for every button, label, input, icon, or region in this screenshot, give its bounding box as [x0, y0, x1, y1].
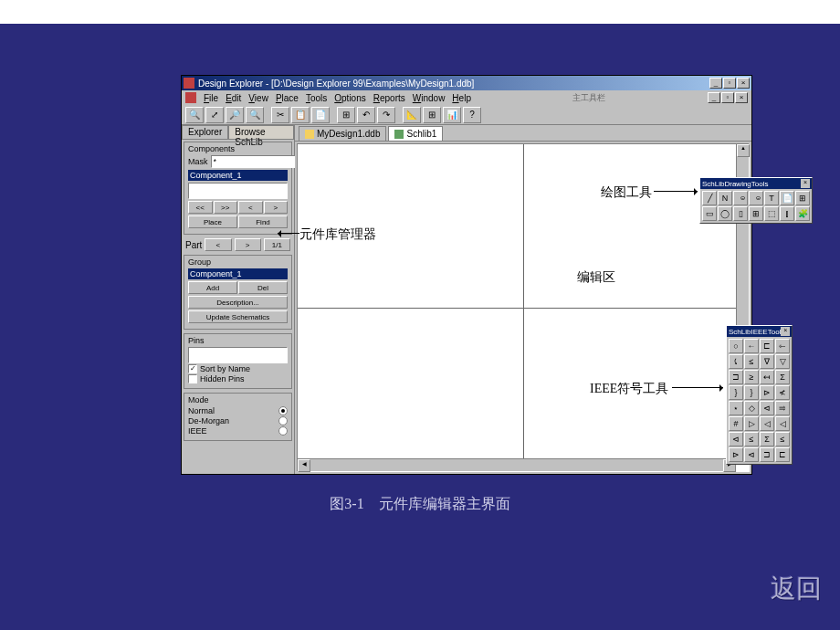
drawing-tool-button[interactable]: ဓ — [749, 191, 763, 205]
toolbar-btn[interactable]: ↶ — [357, 107, 375, 123]
doc-tab-schlib[interactable]: Schlib1 — [388, 126, 443, 141]
toolbar-btn[interactable]: 📐 — [403, 107, 421, 123]
drawing-tool-button[interactable]: ▯ — [733, 206, 748, 221]
component-selected[interactable]: Component_1 — [188, 170, 288, 181]
mode-ieee-radio[interactable] — [278, 426, 288, 436]
mode-normal-radio[interactable] — [278, 406, 288, 415]
menu-reports[interactable]: Reports — [373, 93, 405, 103]
drawing-tool-button[interactable]: 🧩 — [795, 206, 810, 221]
scroll-left-icon[interactable]: ◀ — [298, 459, 310, 472]
description-button[interactable]: Description... — [188, 296, 288, 309]
maximize-button[interactable]: ▫ — [723, 78, 736, 89]
drawing-tool-button[interactable]: ⊞ — [795, 191, 810, 205]
menu-place[interactable]: Place — [276, 93, 299, 103]
toolbar-btn[interactable]: 📊 — [443, 107, 461, 123]
toolbar-btn[interactable]: 📄 — [311, 107, 330, 123]
drawing-tool-button[interactable]: ▭ — [702, 206, 717, 221]
ieee-tool-button[interactable]: } — [744, 385, 759, 400]
find-button[interactable]: Find — [238, 215, 288, 228]
mdi-close[interactable]: × — [735, 92, 748, 103]
toolbar-btn[interactable]: 🔍 — [246, 107, 264, 123]
menu-sys-icon[interactable] — [185, 92, 196, 103]
ieee-tool-button[interactable]: ⊏ — [775, 447, 790, 462]
ieee-tool-button[interactable]: ⊏ — [760, 339, 774, 353]
ieee-tool-button[interactable]: } — [729, 385, 743, 400]
toolbar-btn[interactable]: ? — [463, 107, 481, 123]
ieee-tool-button[interactable]: ⊐ — [760, 447, 774, 462]
ieee-tool-button[interactable]: ⊲ — [760, 401, 774, 415]
ieee-tool-button[interactable]: ▷ — [744, 416, 759, 431]
part-next[interactable]: > — [235, 238, 261, 251]
toolbar-btn[interactable]: 🔎 — [226, 107, 244, 123]
ieee-tool-button[interactable]: ≤ — [744, 432, 759, 446]
palette-close-icon[interactable]: × — [801, 179, 810, 188]
ieee-tool-button[interactable]: ⋆ — [729, 401, 743, 415]
palette-close-icon[interactable]: × — [781, 327, 790, 336]
component-list[interactable] — [188, 183, 288, 199]
scroll-up-icon[interactable]: ▲ — [737, 144, 750, 157]
mdi-maximize[interactable]: ▫ — [721, 92, 734, 103]
toolbar-btn[interactable]: 🔍 — [185, 107, 204, 123]
ieee-tool-button[interactable]: ○ — [729, 339, 743, 353]
drawing-tool-button[interactable]: ╱ — [702, 191, 717, 205]
ieee-tool-button[interactable]: ▽ — [775, 354, 790, 369]
add-button[interactable]: Add — [188, 281, 237, 294]
minimize-button[interactable]: _ — [709, 78, 722, 89]
nav-last[interactable]: >> — [214, 201, 238, 214]
menu-view[interactable]: View — [248, 93, 268, 103]
nav-next[interactable]: > — [264, 201, 289, 214]
ieee-tool-button[interactable]: ⤹ — [729, 354, 743, 369]
toolbar-btn[interactable]: ↷ — [377, 107, 395, 123]
hidden-pins-checkbox[interactable] — [188, 374, 197, 383]
menu-edit[interactable]: Edit — [226, 93, 241, 103]
place-button[interactable]: Place — [188, 215, 237, 228]
menu-file[interactable]: FFileile — [204, 93, 218, 103]
mdi-minimize[interactable]: _ — [708, 92, 720, 103]
ieee-tool-button[interactable]: ⊳ — [729, 447, 743, 462]
del-button[interactable]: Del — [238, 281, 288, 294]
ieee-tool-button[interactable]: ∇ — [760, 354, 774, 369]
tab-browse-schlib[interactable]: Browse SchLib — [228, 125, 294, 139]
pins-list[interactable] — [188, 347, 288, 363]
ieee-tool-button[interactable]: ≮ — [775, 385, 790, 400]
close-button[interactable]: × — [737, 78, 750, 89]
ieee-tool-button[interactable]: ≤ — [744, 354, 759, 369]
mode-demorgan-radio[interactable] — [278, 416, 288, 425]
menu-window[interactable]: Window — [413, 93, 446, 103]
part-prev[interactable]: < — [205, 238, 231, 251]
toolbar-btn[interactable]: 📋 — [291, 107, 310, 123]
drawing-tool-button[interactable]: ⫿ — [780, 206, 794, 221]
canvas[interactable]: ▲ ▼ ◀ ▶ — [297, 143, 750, 472]
menu-help[interactable]: Help — [452, 93, 471, 103]
ieee-tool-button[interactable]: Σ — [760, 432, 774, 446]
ieee-tool-button[interactable]: ↤ — [760, 370, 774, 384]
ieee-tool-button[interactable]: ◇ — [744, 401, 759, 415]
nav-first[interactable]: << — [188, 201, 213, 214]
drawing-tool-button[interactable]: N — [718, 191, 732, 205]
return-button[interactable]: 返回 — [771, 572, 822, 606]
drawing-tool-button[interactable]: ⊞ — [749, 206, 763, 221]
ieee-tool-button[interactable]: ◁ — [775, 416, 790, 431]
ieee-tool-button[interactable]: ⥤ — [775, 401, 790, 415]
ieee-tools-palette[interactable]: SchLibIEEETool× ○←⊏⇽⤹≤∇▽⊐≥↤Σ}}⊳≮⋆◇⊲⥤#▷◁◁… — [726, 325, 793, 465]
sort-by-name-checkbox[interactable]: ✓ — [188, 364, 197, 373]
drawing-tools-palette[interactable]: SchLibDrawingTools× ╱NဓဓT📄⊞▭◯▯⊞⬚⫿🧩 — [699, 177, 813, 224]
ieee-tool-button[interactable]: ← — [744, 339, 759, 353]
ieee-tool-button[interactable]: ◁ — [760, 416, 774, 431]
toolbar-btn[interactable]: ⊞ — [423, 107, 441, 123]
toolbar-btn[interactable]: ✂ — [271, 107, 289, 123]
drawing-tool-button[interactable]: ◯ — [718, 206, 732, 221]
ieee-tool-button[interactable]: ⇽ — [775, 339, 790, 353]
group-selected[interactable]: Component_1 — [188, 268, 288, 279]
ieee-tool-button[interactable]: ≥ — [744, 370, 759, 384]
update-schematics-button[interactable]: Update Schematics — [188, 310, 288, 323]
toolbar-btn[interactable]: ⊞ — [337, 107, 355, 123]
ieee-tool-button[interactable]: ⊲ — [729, 432, 743, 446]
doc-tab-design[interactable]: MyDesign1.ddb — [299, 126, 386, 141]
drawing-tool-button[interactable]: T — [764, 191, 779, 205]
ieee-tool-button[interactable]: ⊲ — [744, 447, 759, 462]
drawing-tool-button[interactable]: ⬚ — [764, 206, 779, 221]
ieee-tool-button[interactable]: ≤ — [775, 432, 790, 446]
drawing-tool-button[interactable]: 📄 — [780, 191, 794, 205]
tab-explorer[interactable]: Explorer — [182, 125, 228, 139]
